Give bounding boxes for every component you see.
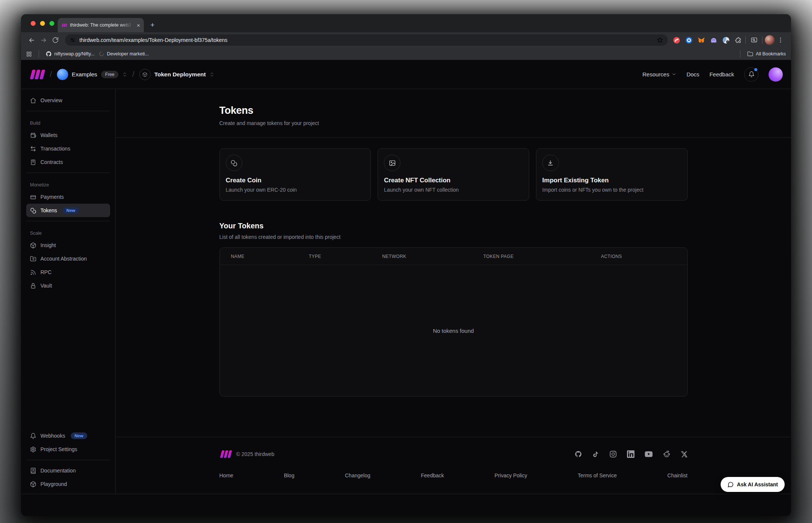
reading-mode-icon[interactable]	[748, 34, 760, 46]
package-icon	[30, 242, 36, 249]
generic-favicon-icon	[99, 51, 104, 57]
browser-tab[interactable]: thirdweb: The complete web3 ×	[58, 18, 144, 32]
resources-menu[interactable]: Resources	[642, 71, 676, 77]
gear-icon	[30, 446, 36, 453]
tiktok-icon[interactable]	[592, 451, 599, 458]
sidebar-item-wallets[interactable]: Wallets	[26, 128, 110, 142]
sidebar-item-vault[interactable]: Vault	[26, 279, 110, 292]
docs-link[interactable]: Docs	[687, 71, 699, 77]
youtube-icon[interactable]	[645, 450, 653, 458]
footer-link-changelog[interactable]: Changelog	[345, 472, 370, 478]
import-existing-token-card[interactable]: Import Existing Token Import coins or NF…	[536, 148, 688, 201]
browser-toolbar: thirdweb.com/team/examples/Token-Deploym…	[21, 32, 791, 48]
minimize-window-button[interactable]	[40, 21, 45, 26]
sidebar-item-webhooks[interactable]: Webhooks New	[26, 429, 110, 443]
your-tokens-title: Your Tokens	[219, 222, 688, 230]
notification-dot	[754, 68, 757, 71]
chevrons-up-down-icon[interactable]	[209, 72, 215, 77]
sidebar-item-overview[interactable]: Overview	[26, 94, 110, 107]
sidebar-item-payments[interactable]: Payments	[26, 190, 110, 204]
sentry-extension-icon[interactable]	[672, 35, 681, 45]
sidebar-item-project-settings[interactable]: Project Settings	[26, 443, 110, 456]
sidebar-item-account-abstraction[interactable]: Account Abstraction	[26, 252, 110, 265]
footer-link-terms-of-service[interactable]: Terms of Service	[578, 472, 616, 478]
sidebar: Overview Build Wallets Transactions Co	[21, 89, 116, 494]
x-icon[interactable]	[681, 451, 688, 458]
sidebar-item-transactions[interactable]: Transactions	[26, 142, 110, 155]
github-icon[interactable]	[575, 450, 582, 458]
page-subtitle: Create and manage tokens for your projec…	[219, 120, 688, 126]
bookmark-niftyswap[interactable]: niftyswap.gg/Nifty...	[46, 51, 94, 57]
copyright-text: © 2025 thirdweb	[236, 451, 275, 457]
footer-link-blog[interactable]: Blog	[284, 472, 294, 478]
create-nft-collection-card[interactable]: Create NFT Collection Launch your own NF…	[378, 148, 529, 201]
footer-link-home[interactable]: Home	[219, 472, 233, 478]
sidebar-section-build: Build	[30, 121, 110, 126]
chevrons-up-down-icon[interactable]	[122, 72, 127, 77]
reddit-icon[interactable]	[663, 450, 670, 458]
record-extension-icon[interactable]	[684, 35, 694, 45]
tab-title: thirdweb: The complete web3	[70, 22, 134, 28]
account-avatar[interactable]	[769, 67, 783, 82]
sidebar-section-monetize: Monetize	[30, 182, 110, 188]
download-icon	[542, 155, 559, 171]
instagram-icon[interactable]	[609, 450, 617, 458]
plan-badge: Free	[101, 71, 119, 78]
all-bookmarks-button[interactable]: All Bookmarks	[747, 51, 786, 57]
phantom-ghost-icon[interactable]	[709, 35, 718, 45]
sidebar-item-documentation[interactable]: Documentation	[26, 464, 110, 477]
project-selector[interactable]: Token Deployment	[139, 69, 215, 80]
timer-extension-icon[interactable]	[721, 35, 731, 45]
feedback-link[interactable]: Feedback	[709, 71, 734, 77]
url-text[interactable]: thirdweb.com/team/examples/Token-Deploym…	[79, 37, 227, 43]
home-icon	[30, 97, 36, 104]
notifications-button[interactable]	[744, 67, 758, 82]
new-tab-button[interactable]: +	[147, 19, 158, 31]
ask-ai-assistant-button[interactable]: Ask AI Assistant	[721, 477, 785, 492]
tab-strip: thirdweb: The complete web3 × +	[21, 14, 791, 32]
sidebar-item-insight[interactable]: Insight	[26, 238, 110, 252]
bell-icon	[30, 433, 36, 439]
forward-icon[interactable]	[37, 34, 49, 46]
close-window-button[interactable]	[31, 21, 36, 26]
address-bar[interactable]: thirdweb.com/team/examples/Token-Deploym…	[65, 34, 668, 46]
sidebar-item-tokens[interactable]: Tokens New	[26, 204, 110, 217]
reload-icon[interactable]	[49, 34, 61, 46]
coins-icon	[226, 155, 242, 171]
sidebar-item-playground[interactable]: Playground	[26, 477, 110, 491]
bookmarks-bar: niftyswap.gg/Nifty... Developer marketi.…	[21, 48, 791, 60]
thirdweb-logo[interactable]	[29, 70, 45, 79]
back-icon[interactable]	[25, 34, 37, 46]
page-title: Tokens	[219, 105, 688, 116]
book-icon	[30, 468, 36, 474]
sidebar-item-rpc[interactable]: RPC	[26, 265, 110, 279]
metamask-fox-icon[interactable]	[696, 35, 706, 45]
main-content: Tokens Create and manage tokens for your…	[116, 89, 791, 494]
column-header-token-page: TOKEN PAGE	[484, 254, 601, 259]
browser-profile-avatar[interactable]	[765, 35, 775, 45]
coins-icon	[30, 207, 36, 214]
linkedin-icon[interactable]	[627, 450, 634, 458]
team-selector[interactable]: Examples Free	[57, 69, 128, 80]
new-badge: New	[71, 432, 87, 439]
extensions-puzzle-icon[interactable]	[733, 35, 743, 45]
apps-grid-icon[interactable]	[26, 51, 32, 57]
credit-card-icon	[30, 194, 36, 200]
zoom-window-button[interactable]	[49, 21, 54, 26]
create-coin-card[interactable]: Create Coin Launch your own ERC-20 coin	[219, 148, 371, 201]
footer-link-chainlist[interactable]: Chainlist	[667, 472, 688, 478]
column-header-actions: ACTIONS	[601, 254, 687, 259]
tokens-table: NAME TYPE NETWORK TOKEN PAGE ACTIONS No …	[219, 247, 688, 396]
empty-state-message: No tokens found	[220, 265, 687, 396]
bookmark-star-icon[interactable]	[657, 37, 663, 43]
column-header-network: NETWORK	[382, 254, 484, 259]
close-tab-icon[interactable]: ×	[137, 22, 140, 28]
bookmark-developer-marketing[interactable]: Developer marketi...	[99, 51, 149, 57]
browser-menu-icon[interactable]	[775, 34, 787, 46]
sidebar-section-scale: Scale	[30, 231, 110, 236]
sidebar-item-contracts[interactable]: Contracts	[26, 155, 110, 169]
site-settings-icon[interactable]	[70, 37, 76, 43]
image-icon	[384, 155, 400, 171]
footer-link-privacy-policy[interactable]: Privacy Policy	[494, 472, 527, 478]
footer-link-feedback[interactable]: Feedback	[421, 472, 444, 478]
